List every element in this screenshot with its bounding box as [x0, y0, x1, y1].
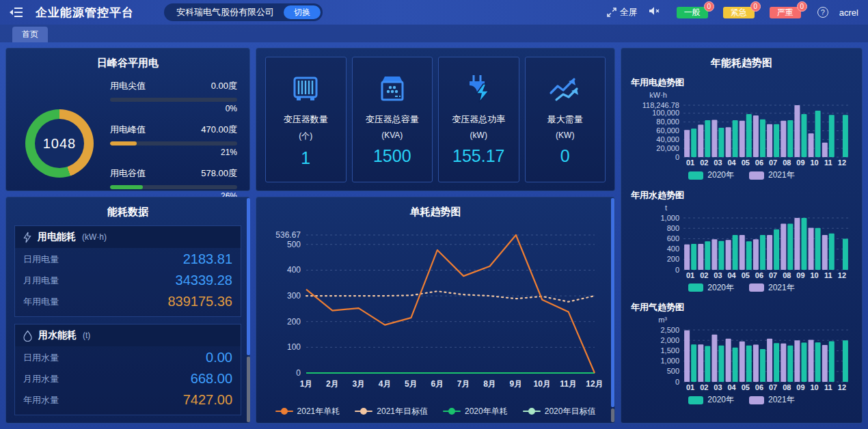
svg-text:02: 02	[700, 271, 708, 279]
svg-text:1月: 1月	[300, 379, 313, 389]
svg-text:1,500: 1,500	[660, 346, 679, 355]
help-icon[interactable]: ?	[817, 7, 828, 18]
fullscreen-icon	[607, 8, 616, 17]
legend-item[interactable]: 2020年	[688, 169, 734, 181]
svg-text:0: 0	[675, 378, 679, 386]
svg-text:09: 09	[796, 271, 804, 279]
pv-percent: 21%	[110, 148, 237, 157]
annual-trend-panel: 年能耗趋势图 年用电趋势图 kW·h020,00040,00060,00080,…	[621, 48, 863, 424]
svg-text:1,000: 1,000	[660, 357, 679, 365]
stat-card-transformer-count: 变压器数量 (个) 1	[265, 57, 347, 182]
row-label: 年用电量	[23, 296, 59, 308]
donut-total: 1048	[35, 119, 84, 168]
svg-text:2月: 2月	[326, 379, 339, 389]
row-label: 月用电量	[23, 275, 59, 287]
company-selector[interactable]: 安科瑞电气股份有限公司 切换	[164, 3, 323, 21]
badge-count: 0	[704, 1, 714, 12]
stat-unit: (KW)	[556, 130, 574, 140]
legend-item[interactable]: 2021年	[749, 282, 795, 294]
pv-label: 用电尖值	[110, 80, 146, 92]
legend-item[interactable]: 2020年	[688, 282, 734, 294]
center-column-scrollbar-track[interactable]	[611, 409, 614, 422]
svg-text:kW·h: kW·h	[649, 91, 667, 99]
pv-value: 470.00度	[201, 124, 237, 136]
section-unit: (t)	[83, 331, 90, 340]
bar-chart-plot: m³05001,0001,5002,0002,50001020304050607…	[621, 315, 862, 393]
row-value: 2183.81	[183, 251, 232, 267]
right-column: 年能耗趋势图 年用电趋势图 kW·h020,00040,00060,00080,…	[621, 48, 863, 424]
left-column: 日峰谷平用电 1048 用电尖值0.00度 0% 用电峰值470.00度 21%	[5, 48, 250, 424]
svg-text:05: 05	[742, 271, 750, 279]
svg-text:118,246.78: 118,246.78	[642, 101, 679, 109]
svg-text:80,000: 80,000	[656, 117, 679, 126]
collapse-menu-icon[interactable]	[10, 7, 23, 18]
pv-row-valley: 用电谷值578.00度 26%	[110, 167, 237, 201]
pv-label: 用电峰值	[110, 124, 146, 136]
svg-text:11: 11	[824, 383, 832, 391]
mute-button[interactable]	[649, 6, 660, 18]
svg-text:02: 02	[700, 383, 708, 391]
left-column-scrollbar-thumb[interactable]	[247, 198, 250, 355]
electricity-section: 用电能耗 (kW·h) 日用电量2183.81 月用电量34339.28 年用电…	[14, 225, 241, 317]
fullscreen-button[interactable]: 全屏	[607, 6, 638, 18]
energy-row: 年用水量7427.00	[15, 389, 241, 415]
tab-home[interactable]: 首页	[12, 27, 48, 42]
svg-text:400: 400	[667, 245, 679, 253]
energy-row: 日用水量0.00	[15, 346, 241, 368]
sub-chart-title: 年用气趋势图	[621, 301, 862, 314]
legend-item[interactable]: 2021年	[749, 394, 795, 406]
company-name: 安科瑞电气股份有限公司	[176, 6, 274, 18]
svg-text:100,000: 100,000	[652, 109, 679, 117]
alarm-badge-urgent[interactable]: 紧急 0	[723, 7, 755, 18]
alarm-badge-general[interactable]: 一般 0	[677, 7, 708, 18]
energy-row: 月用电量34339.28	[15, 269, 241, 290]
legend-item[interactable]: 2021年	[749, 169, 795, 181]
section-header: 用水能耗 (t)	[15, 324, 241, 346]
transformer-icon	[289, 71, 322, 107]
plug-lightning-icon	[463, 71, 494, 107]
energy-row: 日用电量2183.81	[15, 248, 241, 269]
tab-label: 首页	[22, 29, 38, 40]
svg-text:6月: 6月	[431, 379, 444, 389]
switch-company-button[interactable]: 切换	[284, 5, 321, 19]
svg-text:01: 01	[686, 271, 694, 279]
water-trend-chart: 年用水趋势图 t02004006008001,00001020304050607…	[621, 189, 862, 295]
legend-item[interactable]: 2020年单耗	[443, 406, 508, 417]
row-value: 839175.36	[167, 294, 232, 309]
left-column-scrollbar-track[interactable]	[247, 357, 250, 422]
mute-speaker-icon	[649, 6, 660, 16]
row-value: 668.00	[191, 371, 232, 387]
stat-card-transformer-power: 变压器总功率 (kW) 155.17	[438, 57, 519, 182]
stat-card-transformer-capacity: 变压器总容量 (KVA) 1500	[352, 57, 433, 182]
svg-text:03: 03	[714, 383, 722, 391]
center-column-scrollbar-thumb[interactable]	[611, 198, 614, 407]
panel-title: 日峰谷平用电	[6, 49, 249, 70]
svg-text:07: 07	[769, 383, 777, 391]
dashboard-content: 日峰谷平用电 1048 用电尖值0.00度 0% 用电峰值470.00度 21%	[0, 42, 868, 429]
legend-item[interactable]: 2021年单耗	[275, 406, 340, 417]
legend-item[interactable]: 2020年目标值	[523, 406, 596, 417]
svg-text:2,500: 2,500	[660, 326, 679, 334]
svg-text:06: 06	[755, 158, 763, 167]
badge-label: 紧急	[731, 7, 747, 18]
svg-text:04: 04	[727, 158, 736, 167]
row-label: 日用水量	[23, 352, 59, 364]
svg-text:12: 12	[838, 383, 846, 391]
alarm-badge-critical[interactable]: 严重 0	[770, 7, 801, 18]
alarm-badges: 一般 0 紧急 0 严重 0	[677, 7, 801, 18]
svg-text:3月: 3月	[352, 379, 365, 389]
svg-text:9月: 9月	[510, 379, 523, 389]
fullscreen-label: 全屏	[620, 6, 638, 18]
svg-text:40,000: 40,000	[656, 135, 679, 143]
svg-text:01: 01	[686, 158, 694, 167]
stat-label: 最大需量	[547, 113, 583, 126]
username[interactable]: acrel	[839, 8, 858, 18]
chart-title: 单耗趋势图	[256, 197, 614, 219]
svg-text:800: 800	[667, 223, 679, 232]
legend-item[interactable]: 2021年目标值	[355, 406, 428, 417]
legend-item[interactable]: 2020年	[688, 394, 734, 406]
top-header: 企业能源管控平台 安科瑞电气股份有限公司 切换 全屏 一般 0 紧急 0	[0, 0, 868, 25]
stat-unit: (kW)	[470, 130, 487, 140]
bar-chart-legend: 2020年2021年	[621, 394, 862, 407]
svg-text:12月: 12月	[586, 379, 603, 389]
